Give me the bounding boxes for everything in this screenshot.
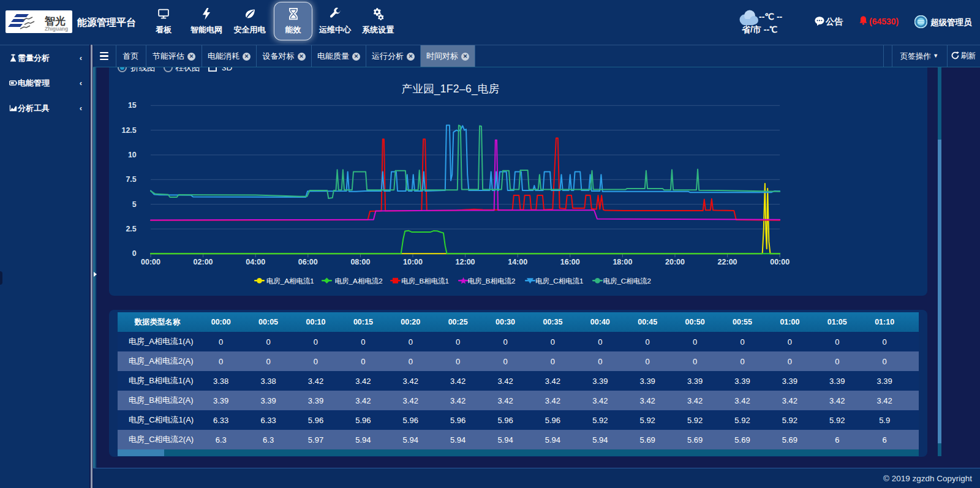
svg-text:10:00: 10:00 [403, 258, 423, 266]
svg-text:02:00: 02:00 [194, 258, 213, 266]
svg-text:2.5: 2.5 [126, 225, 136, 233]
svg-text:04:00: 04:00 [246, 258, 265, 266]
svg-text:18:00: 18:00 [612, 258, 632, 266]
svg-text:00:00: 00:00 [141, 258, 160, 266]
svg-text:22:00: 22:00 [718, 258, 737, 266]
svg-text:5: 5 [132, 200, 137, 209]
svg-text:20:00: 20:00 [665, 258, 685, 266]
svg-text:06:00: 06:00 [298, 258, 318, 266]
svg-text:Zhiguang: Zhiguang [45, 26, 68, 32]
svg-text:10: 10 [128, 151, 137, 159]
svg-text:14:00: 14:00 [508, 258, 527, 266]
svg-text:00:00: 00:00 [770, 258, 790, 266]
svg-text:16:00: 16:00 [560, 258, 580, 266]
svg-text:08:00: 08:00 [350, 258, 370, 266]
svg-text:12.5: 12.5 [121, 126, 136, 135]
svg-text:12:00: 12:00 [456, 258, 475, 266]
svg-text:15: 15 [128, 101, 137, 110]
svg-text:7.5: 7.5 [126, 175, 136, 184]
svg-text:0: 0 [132, 249, 137, 258]
